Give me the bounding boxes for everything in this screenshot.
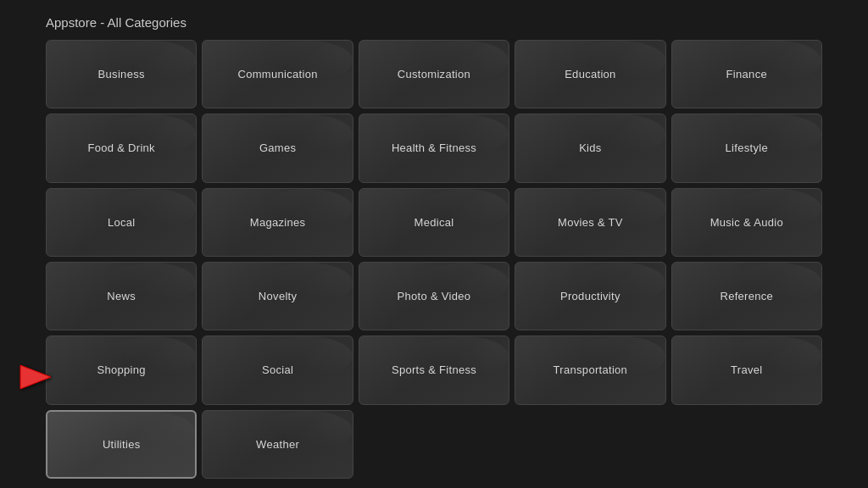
category-label-transportation: Transportation [554,363,628,376]
category-tile-local[interactable]: Local [46,188,197,257]
category-tile-customization[interactable]: Customization [359,40,509,108]
category-label-weather: Weather [256,438,299,451]
category-label-health-fitness: Health & Fitness [392,141,476,154]
category-label-food-drink: Food & Drink [87,141,154,154]
category-label-photo-video: Photo & Video [398,290,471,302]
category-label-music-audio: Music & Audio [710,216,783,229]
category-tile-reference[interactable]: Reference [671,262,822,330]
category-label-movies-tv: Movies & TV [558,216,623,229]
category-label-games: Games [259,141,296,154]
category-label-reference: Reference [720,290,773,302]
category-tile-productivity[interactable]: Productivity [515,262,665,330]
category-tile-weather[interactable]: Weather [202,410,353,479]
page-title: Appstore - All Categories [0,0,868,40]
category-tile-health-fitness[interactable]: Health & Fitness [359,114,509,182]
category-tile-education[interactable]: Education [515,40,665,108]
category-tile-shopping[interactable]: Shopping [46,336,197,404]
category-tile-sports-fitness[interactable]: Sports & Fitness [359,336,509,404]
category-label-finance: Finance [726,68,767,80]
category-tile-business[interactable]: Business [46,40,197,108]
category-label-medical: Medical [415,216,454,229]
category-tile-transportation[interactable]: Transportation [515,336,665,404]
category-tile-games[interactable]: Games [202,114,353,182]
category-tile-music-audio[interactable]: Music & Audio [671,188,822,257]
category-label-novelty: Novelty [259,290,297,302]
svg-marker-0 [20,365,51,389]
category-label-travel: Travel [731,363,762,376]
category-label-productivity: Productivity [560,290,620,302]
arrow-indicator [17,358,54,399]
category-label-utilities: Utilities [103,438,141,451]
category-label-local: Local [108,216,136,229]
category-label-business: Business [98,68,145,80]
category-tile-utilities[interactable]: Utilities [46,410,197,479]
category-label-education: Education [565,68,616,80]
category-tile-magazines[interactable]: Magazines [202,188,353,257]
category-tile-medical[interactable]: Medical [359,188,509,257]
category-tile-communication[interactable]: Communication [202,40,353,108]
category-tile-novelty[interactable]: Novelty [202,262,353,330]
categories-grid: BusinessCommunicationCustomizationEducat… [0,40,868,479]
category-tile-news[interactable]: News [46,262,197,330]
category-label-sports-fitness: Sports & Fitness [392,363,476,376]
category-tile-lifestyle[interactable]: Lifestyle [671,114,822,182]
category-label-news: News [107,290,136,302]
category-label-communication: Communication [237,68,317,80]
category-tile-finance[interactable]: Finance [671,40,822,108]
category-tile-photo-video[interactable]: Photo & Video [359,262,509,330]
category-tile-kids[interactable]: Kids [515,114,665,182]
category-tile-travel[interactable]: Travel [671,336,822,404]
category-tile-movies-tv[interactable]: Movies & TV [515,188,665,257]
category-label-magazines: Magazines [250,216,306,229]
category-label-kids: Kids [579,141,602,154]
category-label-lifestyle: Lifestyle [726,141,768,154]
category-tile-food-drink[interactable]: Food & Drink [46,114,197,182]
category-label-shopping: Shopping [97,363,146,376]
category-label-customization: Customization [398,68,470,80]
category-tile-social[interactable]: Social [202,336,353,404]
category-label-social: Social [262,363,293,376]
